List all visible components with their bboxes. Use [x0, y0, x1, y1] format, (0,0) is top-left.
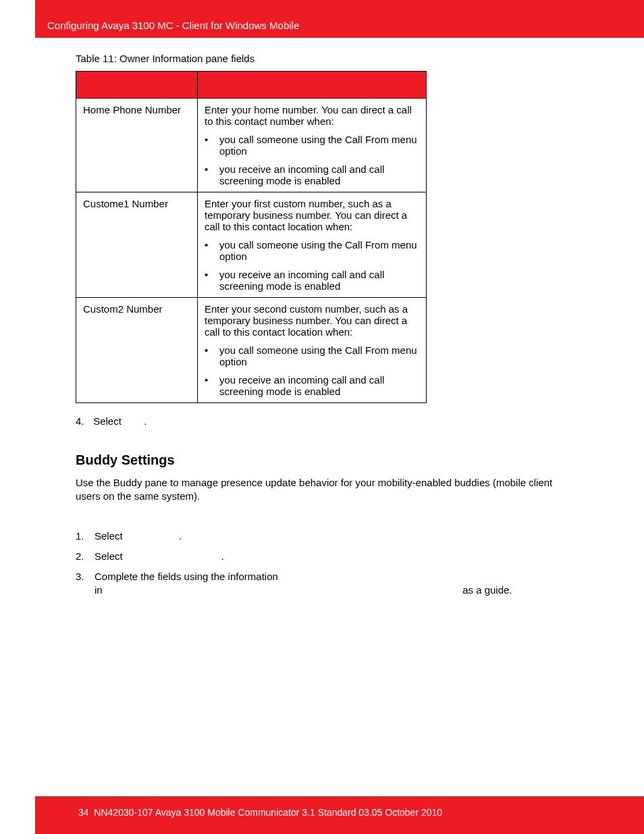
step-number: 2.	[76, 550, 84, 563]
field-name: Home Phone Number	[76, 99, 198, 192]
step-4: 4. Select .	[76, 415, 568, 427]
footer-doc-info: NN42030-107 Avaya 3100 Mobile Communicat…	[94, 807, 442, 818]
header-title: Configuring Avaya 3100 MC - Client for W…	[47, 20, 299, 31]
list-item: you receive an incoming call and call sc…	[205, 374, 419, 397]
field-name: Custome1 Number	[76, 192, 198, 298]
list-item: you call someone using the Call From men…	[205, 239, 419, 262]
page-footer: 34 NN42030-107 Avaya 3100 Mobile Communi…	[35, 796, 644, 834]
section-heading: Buddy Settings	[76, 452, 568, 468]
step-text: Select	[95, 530, 123, 542]
list-item: you call someone using the Call From men…	[205, 134, 419, 157]
list-item: 3. Complete the fields using the informa…	[76, 570, 568, 598]
page-header: Configuring Avaya 3100 MC - Client for W…	[35, 0, 644, 38]
list-item: you call someone using the Call From men…	[205, 344, 419, 367]
step-number: 1.	[76, 529, 84, 543]
page-content: Table 11: Owner Information pane fields …	[76, 53, 568, 604]
step-trail: as a guide.	[462, 584, 512, 596]
table-row: Custome1 Number Enter your first custom …	[76, 192, 427, 298]
step-number: 4.	[76, 415, 90, 427]
step-suffix: .	[221, 550, 224, 562]
procedure-steps: 1. Select . 2. Select . 3. Complete the …	[76, 529, 568, 598]
step-text: Select	[93, 415, 122, 427]
field-description: Enter your home number. You can direct a…	[198, 99, 427, 192]
row-intro: Enter your second custom number, such as…	[205, 303, 419, 338]
step-text: Complete the fields using the informatio…	[95, 571, 278, 596]
table-caption: Table 11: Owner Information pane fields	[76, 53, 568, 64]
step-suffix: .	[144, 415, 146, 427]
table-header-field	[76, 72, 198, 99]
list-item: 1. Select .	[76, 529, 568, 543]
footer-text: 34 NN42030-107 Avaya 3100 Mobile Communi…	[78, 807, 442, 818]
row-intro: Enter your first custom number, such as …	[205, 198, 419, 232]
step-number: 3.	[76, 570, 84, 583]
row-intro: Enter your home number. You can direct a…	[205, 104, 419, 127]
table-row: Home Phone Number Enter your home number…	[76, 99, 427, 192]
document-page: Configuring Avaya 3100 MC - Client for W…	[0, 0, 644, 834]
list-item: 2. Select .	[76, 550, 568, 563]
table-row: Custom2 Number Enter your second custom …	[76, 298, 427, 403]
field-name: Custom2 Number	[76, 298, 198, 403]
list-item: you receive an incoming call and call sc…	[205, 269, 419, 292]
owner-info-table: Home Phone Number Enter your home number…	[76, 71, 427, 403]
list-item: you receive an incoming call and call sc…	[205, 163, 419, 186]
step-suffix: .	[179, 530, 182, 542]
page-number: 34	[78, 807, 89, 818]
section-intro: Use the Buddy pane to manage presence up…	[76, 476, 568, 504]
field-description: Enter your second custom number, such as…	[198, 298, 427, 403]
field-description: Enter your first custom number, such as …	[198, 192, 427, 298]
table-header-description	[198, 72, 427, 99]
step-text: Select	[95, 550, 123, 562]
